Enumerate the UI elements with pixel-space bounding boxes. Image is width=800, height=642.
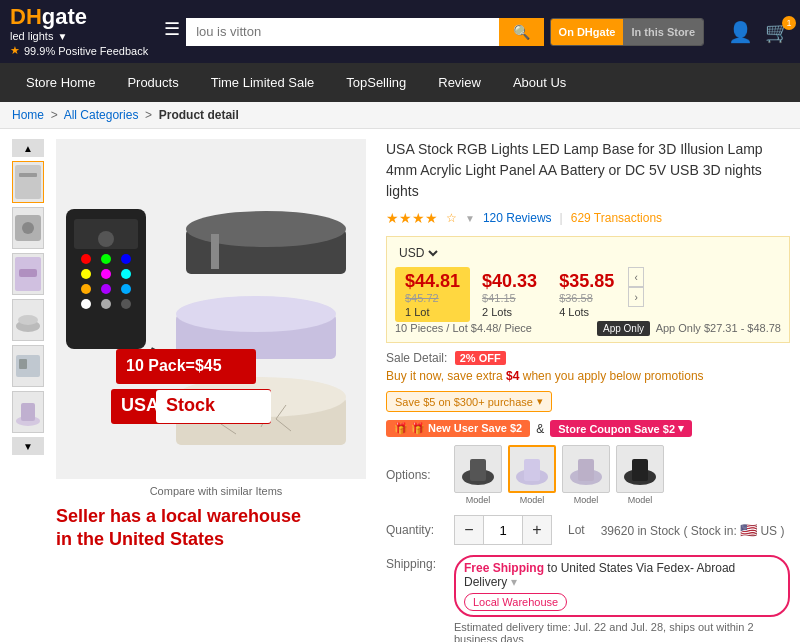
thumb-6[interactable] — [12, 391, 44, 433]
search-button[interactable]: 🔍 — [499, 18, 544, 46]
options-label: Options: — [386, 468, 446, 482]
qty-input[interactable] — [483, 516, 523, 544]
local-warehouse-badge[interactable]: Local Warehouse — [464, 593, 567, 611]
thumb-3[interactable] — [12, 253, 44, 295]
price-nav: ‹ › — [628, 267, 644, 307]
thumb-1[interactable] — [12, 161, 44, 203]
nav-store-home[interactable]: Store Home — [10, 63, 111, 102]
model-thumb-4[interactable] — [616, 445, 664, 493]
model-label-2: Model — [520, 495, 545, 505]
dropdown-icon: ▼ — [465, 213, 475, 224]
svg-rect-50 — [632, 459, 648, 481]
price-main-3: $35.85 — [559, 271, 614, 292]
svg-text:Stock: Stock — [166, 395, 216, 415]
svg-point-25 — [121, 299, 131, 309]
star-rating: ★★★★ — [386, 210, 438, 226]
chevron-down-icon: ▾ — [537, 395, 543, 408]
cart-badge: 1 — [782, 16, 796, 30]
reviews-link[interactable]: 120 Reviews — [483, 211, 552, 225]
seller-msg: Seller has a local warehouse in the Unit… — [56, 505, 376, 552]
price-orig-1: $45.72 — [405, 292, 460, 304]
svg-point-21 — [101, 284, 111, 294]
svg-point-17 — [81, 269, 91, 279]
logo[interactable]: DHgate — [10, 6, 148, 28]
per-piece-text: 10 Pieces / Lot $4.48/ Piece — [395, 322, 532, 334]
product-info: USA Stock RGB Lights LED Lamp Base for 3… — [386, 139, 790, 642]
svg-point-18 — [101, 269, 111, 279]
qty-increase-btn[interactable]: + — [523, 516, 551, 544]
svg-point-26 — [98, 231, 114, 247]
new-user-coupon[interactable]: 🎁 🎁 New User Save $2 — [386, 420, 530, 437]
thumb-5[interactable] — [12, 345, 44, 387]
price-nav-next[interactable]: › — [628, 287, 644, 307]
svg-rect-0 — [15, 165, 41, 199]
navigation: Store Home Products Time Limited Sale To… — [0, 63, 800, 102]
svg-point-16 — [121, 254, 131, 264]
svg-point-3 — [22, 222, 34, 234]
user-icon[interactable]: 👤 — [728, 20, 753, 44]
compare-text[interactable]: Compare with similar Items — [56, 485, 376, 497]
svg-rect-44 — [470, 459, 486, 481]
price-lots-3: 4 Lots — [559, 306, 614, 318]
cart-icon[interactable]: 🛒 1 — [765, 20, 790, 44]
quantity-controls: − + — [454, 515, 552, 545]
price-orig-2: $41.15 — [482, 292, 537, 304]
gift-icon: 🎁 — [394, 422, 408, 435]
currency-select[interactable]: USD EUR — [395, 245, 441, 261]
svg-rect-30 — [211, 234, 219, 269]
price-lots-1: 1 Lot — [405, 306, 460, 318]
shipping-highlight: Free Shipping to United States Via Fedex… — [454, 555, 790, 617]
price-main-1: $44.81 — [405, 271, 460, 292]
nav-about-us[interactable]: About Us — [497, 63, 582, 102]
sale-detail-row: Sale Detail: 2% OFF — [386, 351, 790, 365]
thumbnails-column: ▲ ▼ — [10, 139, 46, 642]
nav-products[interactable]: Products — [111, 63, 194, 102]
store-name-area: led lights ▼ — [10, 30, 148, 42]
model-thumb-2[interactable] — [508, 445, 556, 493]
nav-review[interactable]: Review — [422, 63, 497, 102]
shipping-row: Shipping: Free Shipping to United States… — [386, 555, 790, 642]
store-name-text: led lights — [10, 30, 53, 42]
rating-row: ★★★★ ☆ ▼ 120 Reviews | 629 Transactions — [386, 210, 790, 226]
thumb-prev[interactable]: ▲ — [12, 139, 44, 157]
nav-time-limited[interactable]: Time Limited Sale — [195, 63, 331, 102]
store-dropdown-btn[interactable]: ▼ — [57, 31, 67, 42]
breadcrumb-current: Product detail — [159, 108, 239, 122]
save-promo-btn[interactable]: Save $5 on $300+ purchase ▾ — [386, 391, 552, 412]
store-coupon[interactable]: Store Coupon Save $2 ▾ — [550, 420, 692, 437]
qty-stock: 39620 in Stock ( Stock in: 🇺🇸 US ) — [601, 522, 785, 538]
breadcrumb-all-categories[interactable]: All Categories — [64, 108, 139, 122]
search-input[interactable] — [186, 18, 498, 46]
main-product-image: 10 Pack=$45 USA Stock — [56, 139, 366, 479]
logo-area: DHgate led lights ▼ ★ 99.9% Positive Fee… — [10, 6, 148, 57]
app-only: App Only App Only $27.31 - $48.78 — [597, 322, 781, 334]
menu-icon[interactable]: ☰ — [164, 18, 180, 46]
model-label-1: Model — [466, 495, 491, 505]
transactions-link[interactable]: 629 Transactions — [571, 211, 662, 225]
sale-promo-amount: $4 — [506, 369, 519, 383]
model-label-4: Model — [628, 495, 653, 505]
per-piece-row: 10 Pieces / Lot $4.48/ Piece App Only Ap… — [395, 322, 781, 334]
on-dhgate-btn[interactable]: On DHgate — [551, 19, 624, 45]
chevron-down-icon2: ▾ — [678, 422, 684, 435]
qty-decrease-btn[interactable]: − — [455, 516, 483, 544]
divider: | — [560, 211, 563, 225]
svg-point-24 — [101, 299, 111, 309]
svg-point-23 — [81, 299, 91, 309]
model-thumb-3[interactable] — [562, 445, 610, 493]
model-thumb-1[interactable] — [454, 445, 502, 493]
nav-topselling[interactable]: TopSelling — [330, 63, 422, 102]
shipping-info: Free Shipping to United States Via Fedex… — [454, 555, 790, 642]
svg-text:USA: USA — [121, 395, 159, 415]
breadcrumb: Home > All Categories > Product detail — [0, 102, 800, 129]
thumb-2[interactable] — [12, 207, 44, 249]
breadcrumb-home[interactable]: Home — [12, 108, 44, 122]
in-store-btn[interactable]: In this Store — [623, 19, 703, 45]
thumb-next[interactable]: ▼ — [12, 437, 44, 455]
half-star: ☆ — [446, 211, 457, 225]
svg-rect-46 — [524, 459, 540, 481]
price-nav-prev[interactable]: ‹ — [628, 267, 644, 287]
sale-detail: Sale Detail: 2% OFF Buy it now, save ext… — [386, 351, 790, 412]
pricing-area: USD EUR $44.81 $45.72 1 Lot $40.33 $41.1… — [386, 236, 790, 343]
thumb-4[interactable] — [12, 299, 44, 341]
